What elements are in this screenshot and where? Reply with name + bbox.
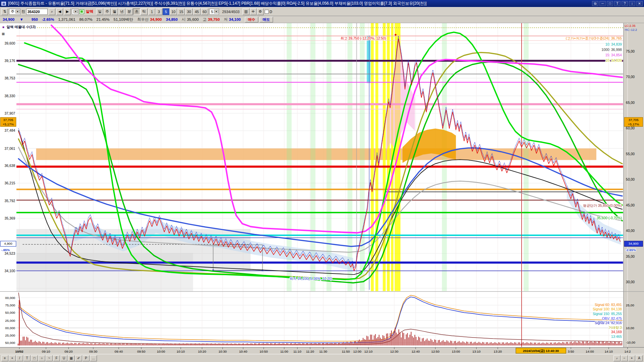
minimize-icon[interactable]: ─ <box>599 1 606 6</box>
d-checkbox[interactable] <box>265 10 269 14</box>
maximize-icon[interactable]: □ <box>607 1 613 6</box>
current-price-tag-right-text: 34,900 <box>629 242 639 245</box>
next-stock-button[interactable]: ▶ <box>64 8 71 15</box>
period-button-년[interactable]: 년 <box>118 8 125 15</box>
time-band <box>442 23 447 291</box>
down-arrow-icon: ▼ <box>19 17 23 21</box>
crosshair-icon[interactable]: ✛ <box>250 8 257 15</box>
low-label: 저 <box>224 17 228 22</box>
time-tick-label: 14:2 <box>624 350 631 353</box>
interval-button-60[interactable]: 60 <box>201 8 208 15</box>
flag-icon[interactable]: P <box>83 355 90 361</box>
lower-indicator-legend: OBV: 82,475 <box>602 317 622 320</box>
annotation: 평균단가 35,850 (0,00%) <box>583 204 622 207</box>
interval-button-30[interactable]: 30 <box>185 8 193 15</box>
chart-type-dropdown[interactable]: 주 ▼ <box>9 9 20 15</box>
time-tick-label: 12:50 <box>431 350 440 353</box>
chart-style-icon[interactable]: ▥ <box>243 8 249 15</box>
time-tick-label: 12:30 <box>390 350 398 353</box>
time-tick-label: 10:40 <box>239 350 248 353</box>
rect-tool-icon[interactable]: □ <box>31 355 38 361</box>
chart-area[interactable]: 39,60039,17638,75338,33037,90737,48437,0… <box>0 23 644 354</box>
zoom-in-icon[interactable]: + <box>628 355 635 361</box>
time-tick-label: 10:50 <box>260 350 268 353</box>
time-tick-label: 11:00 <box>280 350 288 353</box>
trend-line-icon[interactable]: / <box>16 355 23 361</box>
interval-button-3[interactable]: 3 <box>156 8 162 15</box>
tick-count-dropdown[interactable]: 5 ▼ <box>209 9 219 15</box>
search-icon[interactable]: ⌕ <box>49 8 55 15</box>
text-tool-icon[interactable]: T <box>23 355 31 361</box>
open-label: 시 <box>182 17 186 22</box>
peak-marker-icon: ◆ <box>394 33 397 36</box>
price-tag-sub: -2.65% <box>626 248 636 252</box>
indicator-legend: 10: 34,839 <box>605 59 622 62</box>
d-label: D <box>270 10 272 14</box>
window-title: [0601] 주식종합차트 - 유통비율[71.5] 거래대금[51,096(백… <box>8 1 590 6</box>
ellipse-tool-icon[interactable]: ○ <box>38 355 45 361</box>
cross-line-icon[interactable]: + <box>9 355 16 361</box>
time-tick-label: 11:30 <box>319 350 327 353</box>
lower-indicator-legend: 거래량:3 <box>608 326 622 329</box>
time-tick-label: 10:10 <box>177 350 185 353</box>
interval-button-45[interactable]: 45 <box>193 8 201 15</box>
period-button-주[interactable]: 주 <box>104 8 111 15</box>
time-band <box>326 23 331 291</box>
annotation: 35,600 (-0,70%) <box>597 216 622 220</box>
menu-icon[interactable]: ≡ <box>1 355 8 361</box>
right-axis-label: 55,00 <box>626 152 635 156</box>
history-dropdown[interactable]: ▼ <box>72 9 78 15</box>
period-button-틱[interactable]: 틱 <box>141 8 148 15</box>
fibonacci-icon[interactable]: F <box>53 355 60 361</box>
titlebar: ▦ [0601] 주식종합차트 - 유통비율[71.5] 거래대금[51,096… <box>0 0 644 7</box>
lower-indicator-legend: Signal 24: 82,916 <box>595 321 622 325</box>
right-axis-label: 30,00 <box>626 280 635 284</box>
magnet-icon[interactable]: U <box>60 355 67 361</box>
interval-button-15[interactable]: 15 <box>177 8 185 15</box>
lower-y-axis-label: 00,000 <box>5 296 15 300</box>
prev-stock-button[interactable]: ◀ <box>56 8 63 15</box>
close-icon[interactable]: ✕ <box>636 1 643 6</box>
period-button-분[interactable]: 분 <box>126 8 133 15</box>
time-tick-label: 13:20 <box>494 350 502 353</box>
time-tick-label: 10:30 <box>218 350 227 353</box>
settings-icon[interactable]: ⚙ <box>257 8 264 15</box>
stock-code-input[interactable] <box>26 9 48 15</box>
right-axis-label: 70,00 <box>626 75 635 79</box>
lower-indicator-legend: Signal 100: 84,138 <box>593 307 622 311</box>
pencil-icon[interactable]: ✐ <box>75 355 82 361</box>
auto-scale-icon[interactable]: A <box>636 355 643 361</box>
grid-icon[interactable]: ▦ <box>68 355 75 361</box>
volume: 1,371,061 <box>58 17 75 21</box>
current-price: 34,900 ▼ <box>3 17 28 21</box>
period-button-월[interactable]: 월 <box>111 8 118 15</box>
interval-button-10[interactable]: 10 <box>170 8 177 15</box>
y-axis-label: 38,753 <box>4 76 15 80</box>
statusbar: ≡+/T□○~FU▦✐P… ⌕−+A <box>0 354 644 362</box>
search-zoom-icon[interactable]: ⌕ <box>613 355 621 361</box>
link-chart-icon[interactable]: ⇅ <box>1 8 8 15</box>
wave-tool-icon[interactable]: ~ <box>46 355 53 361</box>
more-icon[interactable]: … <box>90 355 97 361</box>
period-button-초[interactable]: 초 <box>133 8 140 15</box>
interval-button-1[interactable]: 1 <box>149 8 155 15</box>
toolbar: ⇅ 주 ▼ 전 ⌕ ◀ ▶ ▼ 알멕 일주월년분초틱 1351015304560… <box>0 7 644 16</box>
time-band <box>387 23 390 291</box>
high-price: 39,750 <box>208 17 220 21</box>
tool-icon[interactable]: T <box>614 1 621 6</box>
infobar: 34,900 ▼ 950 -2.65% 1,371,061 86.07% 21.… <box>0 16 644 23</box>
grid-toggle-icon: ▦ <box>2 32 5 36</box>
current-price-tag-left-text: 4,900 <box>4 242 12 245</box>
sell-button[interactable]: 매도 <box>260 17 273 22</box>
interval-button-5[interactable]: 5 <box>163 8 169 15</box>
buy-button[interactable]: 매수 <box>245 17 258 22</box>
period-button-일[interactable]: 일 <box>96 8 103 15</box>
time-band <box>367 36 370 83</box>
time-tick-label: 12:10 <box>364 350 373 353</box>
chevron-down-icon: ▼ <box>214 10 218 13</box>
updown-icon[interactable]: ↕ <box>629 1 635 6</box>
help-icon[interactable]: ? <box>622 1 628 6</box>
zoom-out-icon[interactable]: − <box>621 355 628 361</box>
time-tick-label: 09:10 <box>42 350 50 353</box>
popup-icon[interactable]: ⧉ <box>592 1 598 6</box>
